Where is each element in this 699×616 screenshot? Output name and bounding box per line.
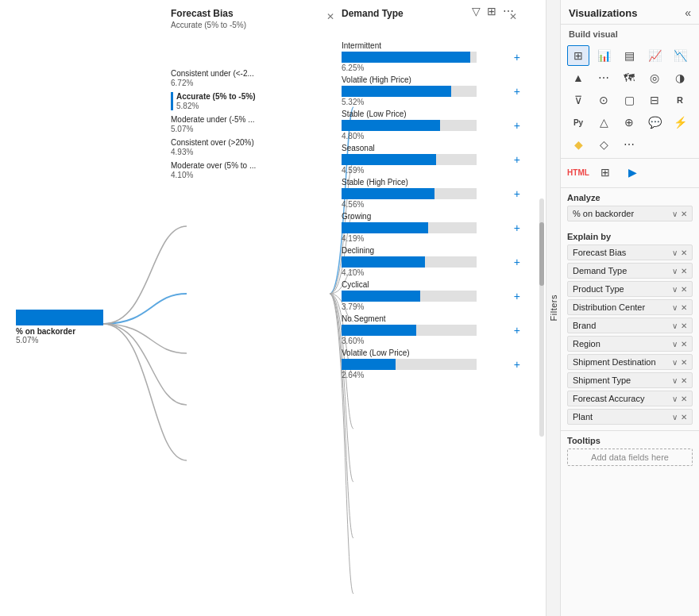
- viz-icon-matrix[interactable]: ⊟: [643, 90, 666, 110]
- dt-bar-fill: [342, 256, 425, 268]
- dt-item: Volatile (Low Price) + 2.64%: [342, 348, 520, 379]
- viz-icon-yellow[interactable]: ◆: [567, 134, 589, 155]
- explain-by-title: Explain by: [567, 232, 693, 241]
- dt-bar-bg: [342, 86, 477, 97]
- viz-icon-table[interactable]: ⊞: [567, 45, 589, 66]
- viz-icon-stack[interactable]: ▤: [618, 45, 640, 66]
- viz-icon-grid2[interactable]: ⊞: [594, 162, 616, 183]
- forecast-bias-close[interactable]: ✕: [326, 11, 334, 22]
- dt-label: Seasonal: [342, 144, 520, 152]
- explain-field-region[interactable]: Region ∨ ✕: [567, 336, 693, 352]
- dt-value: 6.25%: [342, 64, 520, 72]
- chevron-down-icon: ∨: [672, 267, 678, 275]
- dt-bar-fill: [342, 188, 434, 199]
- scrollbar-thumb[interactable]: [539, 222, 544, 286]
- dt-add-button[interactable]: +: [514, 119, 520, 132]
- viz-icon-area[interactable]: ▲: [567, 67, 589, 88]
- viz-icon-bar[interactable]: 📊: [593, 45, 615, 66]
- chevron-down-icon: ∨: [672, 358, 678, 367]
- dt-item: No Segment + 3.60%: [342, 314, 520, 345]
- remove-field-icon[interactable]: ✕: [681, 358, 687, 367]
- demand-type-panel: ✕ Demand Type Intermittent + 6.25% Volat…: [342, 8, 520, 381]
- remove-field-icon[interactable]: ✕: [681, 248, 687, 257]
- viz-icon-line[interactable]: 📉: [669, 45, 691, 66]
- explain-field-brand[interactable]: Brand ∨ ✕: [567, 318, 693, 333]
- remove-field-icon[interactable]: ✕: [681, 303, 687, 312]
- dt-label: Stable (Low Price): [342, 110, 520, 118]
- dt-bar-fill: [342, 86, 451, 97]
- panel-collapse-icon[interactable]: «: [685, 6, 691, 19]
- explain-field-shipment-type[interactable]: Shipment Type ∨ ✕: [567, 372, 693, 388]
- chevron-down-icon: ∨: [672, 376, 678, 385]
- explain-by-section: Explain by Forecast Bias ∨ ✕ Demand Type…: [561, 227, 699, 430]
- viz-icon-smart[interactable]: ⚡: [669, 112, 691, 133]
- viz-icon-r[interactable]: R: [669, 90, 691, 110]
- remove-field-icon[interactable]: ✕: [681, 376, 687, 385]
- explain-field-dist-center[interactable]: Distribution Center ∨ ✕: [567, 299, 693, 315]
- filters-tab[interactable]: Filters: [546, 0, 560, 616]
- field-pill-icons: ∨ ✕: [672, 413, 687, 422]
- remove-field-icon[interactable]: ✕: [681, 321, 687, 330]
- dt-add-button[interactable]: +: [514, 187, 520, 200]
- extra-icons-row: HTML ⊞ ▶: [561, 159, 699, 188]
- explain-field-forecast-accuracy[interactable]: Forecast Accuracy ∨ ✕: [567, 391, 693, 406]
- dt-add-button[interactable]: +: [514, 85, 520, 98]
- viz-icon-donut[interactable]: ◎: [643, 67, 666, 88]
- viz-icon-funnel[interactable]: ⊽: [567, 90, 589, 110]
- viz-icon-card[interactable]: ▢: [618, 90, 640, 110]
- dt-label: Growing: [342, 212, 520, 221]
- dt-add-button[interactable]: +: [514, 221, 520, 234]
- explain-field-product-type[interactable]: Product Type ∨ ✕: [567, 281, 693, 297]
- viz-icon-scatter[interactable]: ⋯: [593, 67, 615, 88]
- add-field-box[interactable]: Add data fields here: [567, 449, 693, 466]
- field-pill-icons: ∨ ✕: [672, 210, 687, 218]
- viz-icon-gauge[interactable]: ⊙: [593, 90, 615, 110]
- viz-icon-kpi[interactable]: △: [593, 112, 615, 133]
- field-label: Forecast Bias: [573, 248, 626, 257]
- viz-icon-circle-play[interactable]: ▶: [621, 162, 643, 183]
- chart-area: ▽ ⊞ ⋯ % on backorder 5.07% ✕ Forecas: [0, 0, 546, 616]
- dt-bar-fill: [342, 325, 416, 336]
- dt-add-button[interactable]: +: [514, 290, 520, 302]
- viz-icon-diamond[interactable]: ◇: [593, 134, 615, 155]
- dt-bar-row: +: [342, 256, 520, 268]
- remove-field-icon[interactable]: ✕: [681, 285, 687, 294]
- viz-icon-decomp[interactable]: ⊕: [618, 112, 640, 133]
- viz-icon-qa[interactable]: 💬: [643, 112, 666, 133]
- dt-bar-row: +: [342, 153, 520, 166]
- chevron-down-icon: ∨: [672, 413, 678, 422]
- dt-label: Declining: [342, 246, 520, 255]
- remove-field-icon[interactable]: ✕: [681, 395, 687, 403]
- dt-add-button[interactable]: +: [514, 256, 520, 268]
- chevron-down-icon: ∨: [672, 248, 678, 257]
- viz-icon-html[interactable]: HTML: [567, 162, 589, 183]
- dt-bar-row: +: [342, 324, 520, 337]
- explain-field-forecast-bias[interactable]: Forecast Bias ∨ ✕: [567, 244, 693, 260]
- dt-add-button[interactable]: +: [514, 51, 520, 64]
- fb-accurate-label: Accurate (5% to -5%): [176, 92, 338, 101]
- dt-label: No Segment: [342, 314, 520, 323]
- dt-add-button[interactable]: +: [514, 153, 520, 166]
- analyze-field-pill[interactable]: % on backorder ∨ ✕: [567, 206, 693, 221]
- viz-icon-map[interactable]: 🗺: [618, 67, 640, 88]
- viz-icon-more[interactable]: ⋯: [618, 134, 640, 155]
- explain-field-plant[interactable]: Plant ∨ ✕: [567, 409, 693, 425]
- fb-label: Moderate over (5% to ...: [171, 161, 338, 170]
- dt-bar-fill: [342, 154, 436, 165]
- field-label: Plant: [573, 412, 593, 422]
- viz-icon-pie[interactable]: ◑: [669, 67, 691, 88]
- remove-field-icon[interactable]: ✕: [681, 210, 687, 218]
- explain-field-shipment-destination[interactable]: Shipment Destination ∨ ✕: [567, 354, 693, 370]
- demand-type-close[interactable]: ✕: [509, 11, 517, 22]
- explain-field-demand-type[interactable]: Demand Type ∨ ✕: [567, 263, 693, 279]
- viz-icon-column[interactable]: 📈: [643, 45, 666, 66]
- dt-add-button[interactable]: +: [514, 324, 520, 337]
- dt-label: Stable (High Price): [342, 178, 520, 187]
- viz-icon-py[interactable]: Py: [567, 112, 589, 133]
- dt-add-button[interactable]: +: [514, 358, 520, 371]
- dt-item: Stable (High Price) + 4.56%: [342, 178, 520, 209]
- remove-field-icon[interactable]: ✕: [681, 413, 687, 422]
- remove-field-icon[interactable]: ✕: [681, 267, 687, 275]
- dt-bar-bg: [342, 256, 477, 268]
- remove-field-icon[interactable]: ✕: [681, 340, 687, 348]
